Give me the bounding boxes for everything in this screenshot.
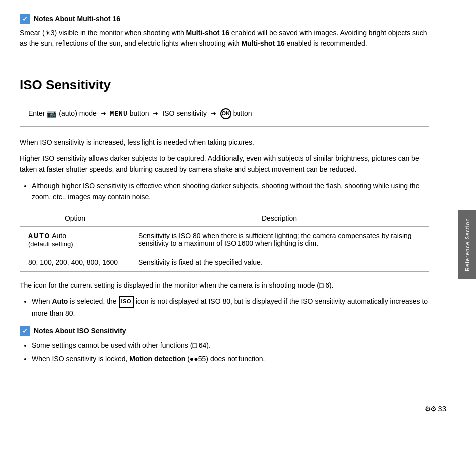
- page-footer: ⚙⚙ 33: [0, 396, 476, 413]
- description-values: Sensitivity is fixed at the specified va…: [130, 253, 429, 271]
- default-setting-text: (default setting): [28, 240, 122, 248]
- note-multishot-body: Smear (☀3) visible in the monitor when s…: [20, 28, 429, 49]
- checkbox-icon-2: [20, 326, 30, 336]
- sidebar-label-text: Reference Section: [464, 218, 470, 271]
- para2: Higher ISO sensitivity allows darker sub…: [20, 153, 429, 175]
- note-iso-title: Notes About ISO Sensitivity: [34, 327, 126, 335]
- note-multishot-header: Notes About Multi-shot 16: [20, 14, 429, 24]
- binoculars-icon: ⚙⚙: [425, 405, 436, 413]
- para1: When ISO sensitivity is increased, less …: [20, 137, 429, 148]
- note-iso-header: Notes About ISO Sensitivity: [20, 326, 429, 336]
- nav-button-text-1: button: [130, 109, 151, 117]
- note-multishot-section: Notes About Multi-shot 16 Smear (☀3) vis…: [20, 14, 429, 49]
- col-option-header: Option: [20, 210, 130, 226]
- iso-icon: ISO: [119, 296, 134, 308]
- table-header-row: Option Description: [20, 210, 429, 226]
- nav-button-text-2: button: [233, 109, 252, 117]
- note-iso-bullet-1: Some settings cannot be used with other …: [32, 340, 429, 351]
- table-row: 80, 100, 200, 400, 800, 1600 Sensitivity…: [20, 253, 429, 271]
- option-values: 80, 100, 200, 400, 800, 1600: [20, 253, 130, 271]
- section-divider: [20, 63, 429, 63]
- note-multishot-title: Notes About Multi-shot 16: [34, 15, 120, 23]
- bullet-auto-item: When Auto is selected, the ISO icon is n…: [32, 296, 429, 319]
- page-number: ⚙⚙ 33: [425, 404, 446, 413]
- arrow-icon-2: ➜: [153, 110, 158, 117]
- checkbox-icon: [20, 14, 30, 24]
- auto-label: Auto: [52, 232, 66, 239]
- bullet-list-2: When Auto is selected, the ISO icon is n…: [32, 296, 429, 319]
- menu-text: MENU: [110, 110, 128, 118]
- nav-mode-text: (auto) mode: [59, 109, 98, 117]
- camera-icon: 📷: [47, 107, 57, 120]
- auto-text: AUTO: [28, 232, 50, 240]
- nav-box: Enter 📷 (auto) mode ➜ MENU button ➜ ISO …: [20, 101, 429, 127]
- table-row: AUTO Auto (default setting) Sensitivity …: [20, 226, 429, 253]
- page-number-text: 33: [438, 404, 446, 413]
- sidebar-reference: Reference Section: [458, 210, 476, 279]
- arrow-icon-1: ➜: [101, 110, 106, 117]
- nav-enter-text: Enter: [28, 109, 47, 117]
- para3: The icon for the current setting is disp…: [20, 280, 429, 291]
- bullet-list-1: Although higher ISO sensitivity is effec…: [32, 180, 429, 203]
- options-table: Option Description AUTO Auto (default se…: [20, 210, 429, 272]
- nav-iso-text: ISO sensitivity: [162, 109, 209, 117]
- note-iso-bullets: Some settings cannot be used with other …: [32, 340, 429, 364]
- ok-button-icon: OK: [220, 108, 231, 119]
- note-iso-bullet-2: When ISO sensitivity is locked, Motion d…: [32, 353, 429, 364]
- col-description-header: Description: [130, 210, 429, 226]
- arrow-icon-3: ➜: [211, 110, 216, 117]
- bullet-item-1: Although higher ISO sensitivity is effec…: [32, 180, 429, 203]
- option-auto: AUTO Auto (default setting): [20, 226, 130, 253]
- description-auto: Sensitivity is ISO 80 when there is suff…: [130, 226, 429, 253]
- section-title: ISO Sensitivity: [20, 77, 429, 93]
- note-iso-section: Notes About ISO Sensitivity Some setting…: [20, 326, 429, 364]
